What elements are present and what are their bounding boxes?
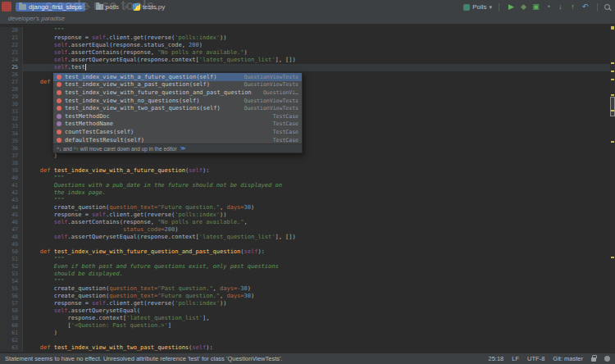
completion-item[interactable]: test_index_view_with_no_questions(self)Q… — [53, 97, 302, 105]
line-number: 23 — [0, 49, 23, 57]
chevron-down-icon: ▾ — [489, 4, 492, 11]
completion-item[interactable]: countTestCases(self)TestCase — [53, 128, 302, 136]
code-line-44[interactable]: 44 create_question(question_text="Future… — [0, 204, 615, 212]
warning-tick[interactable] — [611, 141, 614, 143]
code-text — [23, 241, 615, 248]
run-coverage-icon[interactable]: ▣ — [531, 2, 541, 11]
code-line-38[interactable]: 38 — [0, 160, 615, 167]
code-line-45[interactable]: 45 response = self.client.get(reverse('p… — [0, 212, 615, 219]
code-line-42[interactable]: 42 the index page. — [0, 189, 615, 197]
line-number: 27 — [0, 79, 23, 86]
line-number: 63 — [0, 344, 23, 352]
line-number: 58 — [0, 307, 23, 315]
code-text: ) — [23, 152, 615, 160]
code-line-39[interactable]: 39 def test_index_view_with_a_future_que… — [0, 167, 615, 175]
code-line-20[interactable]: 20 """ — [0, 27, 615, 34]
code-line-21[interactable]: 21 response = self.client.get(reverse('p… — [0, 34, 615, 42]
code-line-25[interactable]: 25 self.test — [0, 64, 615, 71]
code-line-63[interactable]: 63 def test_index_view_with_two_past_que… — [0, 344, 615, 352]
python-file-icon — [133, 3, 140, 11]
completion-item[interactable]: testMethodNameTestCase — [53, 121, 302, 129]
error-stripe — [610, 25, 615, 353]
completion-list: test_index_view_with_a_future_question(s… — [53, 73, 302, 143]
line-number: 28 — [0, 86, 23, 93]
completion-item[interactable]: test_index_view_with_future_question_and… — [53, 89, 302, 97]
code-line-60[interactable]: 60 ['<Question: Past question.>'] — [0, 322, 615, 330]
search-icon[interactable] — [604, 4, 610, 10]
update-project-icon[interactable]: ↓ — [555, 2, 566, 11]
warning-tick[interactable] — [611, 71, 614, 72]
channel-watermark: developer's paradise — [8, 15, 65, 22]
run-config-select[interactable]: Polls ▾ — [463, 3, 492, 11]
code-line-41[interactable]: 41 Questions with a pub_date in the futu… — [0, 182, 615, 189]
debug-icon[interactable]: ◆ — [518, 2, 529, 11]
code-line-55[interactable]: 55 create_question(question_text="Past q… — [0, 285, 615, 293]
code-text: self.assertQuerysetEqual(response.contex… — [23, 57, 615, 64]
code-line-50[interactable]: 50 def test_index_view_with_future_quest… — [0, 248, 615, 256]
code-line-37[interactable]: 37 ) — [0, 152, 615, 160]
code-line-22[interactable]: 22 self.assertEqual(response.status_code… — [0, 42, 615, 49]
hint-more-link[interactable]: ≫ — [180, 145, 186, 152]
rollback-icon[interactable]: ↶ — [580, 2, 590, 11]
code-line-40[interactable]: 40 """ — [0, 175, 615, 182]
git-branch[interactable]: Git: master — [553, 355, 583, 362]
code-line-61[interactable]: 61 ) — [0, 330, 615, 337]
code-line-43[interactable]: 43 """ — [0, 197, 615, 204]
line-number: 35 — [0, 138, 23, 145]
breadcrumb-item-project[interactable]: django_first_steps — [16, 2, 85, 11]
code-line-54[interactable]: 54 """ — [0, 278, 615, 285]
completion-item[interactable]: defaultTestResult(self)TestCase — [53, 136, 302, 144]
code-line-46[interactable]: 46 self.assertContains(response, "No pol… — [0, 219, 615, 226]
breadcrumb-item-tests-py[interactable]: tests.py — [130, 2, 169, 11]
completion-name: defaultTestResult(self) — [65, 137, 270, 143]
breadcrumb-item-polls[interactable]: polls — [93, 2, 122, 11]
warning-tick[interactable] — [611, 79, 614, 80]
warning-tick[interactable] — [611, 257, 614, 258]
completion-item[interactable]: test_index_view_with_two_past_questions(… — [53, 104, 302, 112]
completion-item[interactable]: testMethodDocTestCase — [53, 112, 302, 121]
toolbar-separator — [499, 3, 499, 11]
line-separator[interactable]: LF — [512, 355, 519, 362]
code-line-57[interactable]: 57 response = self.client.get(reverse('p… — [0, 300, 615, 307]
line-number: 26 — [0, 71, 23, 79]
code-line-51[interactable]: 51 """ — [0, 256, 615, 263]
code-text: should be displayed. — [23, 271, 615, 278]
code-line-62[interactable]: 62 — [0, 337, 615, 344]
code-line-49[interactable]: 49 — [0, 241, 615, 248]
code-line-58[interactable]: 58 self.assertQuerysetEqual( — [0, 307, 615, 315]
breadcrumb-label: tests.py — [143, 3, 166, 11]
hector-icon[interactable] — [604, 356, 610, 362]
caret-position[interactable]: 25:18 — [489, 355, 504, 362]
warning-tick[interactable] — [611, 62, 614, 64]
code-line-53[interactable]: 53 should be displayed. — [0, 271, 615, 278]
completion-item[interactable]: test_index_view_with_a_future_question(s… — [53, 73, 302, 81]
line-number: 49 — [0, 241, 23, 248]
lock-icon[interactable] — [591, 357, 596, 362]
file-encoding[interactable]: UTF-8 — [527, 355, 544, 362]
profiler-icon[interactable]: ◔ — [543, 2, 554, 11]
inspection-indicator[interactable] — [611, 26, 614, 30]
warning-tick[interactable] — [611, 94, 614, 96]
line-number: 32 — [0, 116, 23, 123]
line-number: 57 — [0, 300, 23, 307]
code-line-24[interactable]: 24 self.assertQuerysetEqual(response.con… — [0, 57, 615, 64]
scrollbar-thumb[interactable] — [610, 97, 615, 116]
code-line-23[interactable]: 23 self.assertContains(response, "No pol… — [0, 49, 615, 57]
code-text — [23, 160, 615, 167]
code-line-52[interactable]: 52 Even if both past and future question… — [0, 263, 615, 271]
completion-item[interactable]: test_index_view_with_a_past_question(sel… — [53, 81, 302, 89]
code-text: self.assertContains(response, "No polls … — [23, 49, 615, 57]
commit-changes-icon[interactable]: ↑ — [567, 2, 578, 11]
line-number: 33 — [0, 123, 23, 130]
code-text: response.context['latest_question_list']… — [23, 315, 615, 322]
method-icon — [57, 90, 61, 95]
run-icon[interactable]: ▶ — [506, 2, 517, 11]
line-number: 31 — [0, 108, 23, 116]
code-line-59[interactable]: 59 response.context['latest_question_lis… — [0, 315, 615, 322]
breadcrumb-label: django_first_steps — [29, 3, 82, 11]
line-number: 29 — [0, 93, 23, 101]
completion-tail: QuestionViewTests — [244, 105, 298, 111]
code-line-56[interactable]: 56 create_question(question_text="Future… — [0, 293, 615, 300]
code-line-48[interactable]: 48 self.assertQuerysetEqual(response.con… — [0, 234, 615, 241]
code-line-47[interactable]: 47 status_code=200) — [0, 226, 615, 234]
